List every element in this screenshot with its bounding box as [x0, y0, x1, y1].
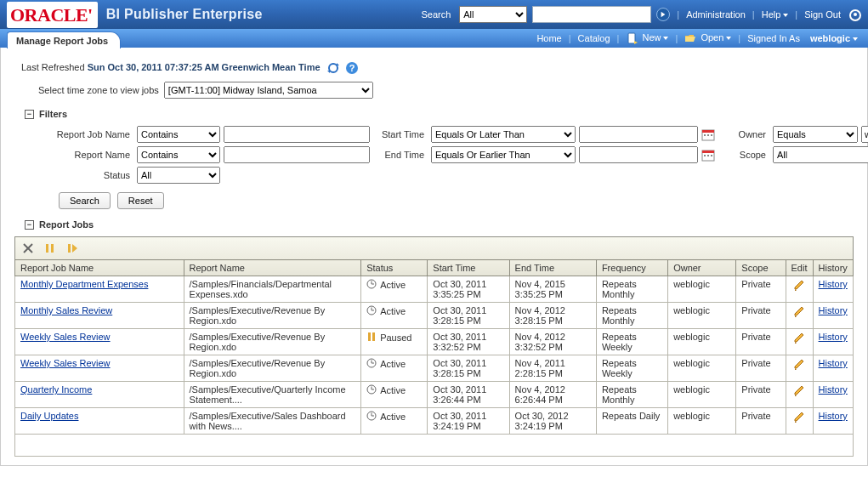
- edit-icon[interactable]: [793, 388, 805, 398]
- job-link[interactable]: Monthly Department Expenses: [20, 279, 148, 289]
- col-edit[interactable]: Edit: [786, 260, 813, 276]
- col-start-time[interactable]: Start Time: [428, 260, 509, 276]
- col-report-job-name[interactable]: Report Job Name: [15, 260, 184, 276]
- svg-marker-36: [795, 333, 803, 342]
- report-path: /Samples/Executive/Sales Dashboard with …: [184, 408, 361, 435]
- owner-label: Owner: [722, 129, 769, 139]
- table-row: Weekly Sales Review/Samples/Executive/Re…: [15, 329, 854, 355]
- table-row: Monthly Department Expenses/Samples/Fina…: [15, 276, 854, 303]
- report-name-op[interactable]: Contains: [137, 146, 220, 163]
- refresh-icon[interactable]: [326, 61, 340, 75]
- jobs-toolbar: [14, 236, 854, 259]
- svg-marker-46: [795, 386, 803, 395]
- help-icon[interactable]: ?: [345, 61, 359, 75]
- jobs-title: Report Jobs: [39, 219, 94, 230]
- new-menu[interactable]: New: [622, 32, 672, 44]
- sign-out-link[interactable]: Sign Out: [804, 9, 841, 20]
- owner-input[interactable]: [861, 126, 868, 143]
- col-end-time[interactable]: End Time: [509, 260, 596, 276]
- administration-link[interactable]: Administration: [686, 9, 746, 20]
- status-select[interactable]: All: [137, 167, 220, 184]
- job-link[interactable]: Monthly Sales Review: [20, 305, 112, 315]
- status-cell: Active: [366, 384, 422, 396]
- collapse-filters-icon[interactable]: −: [25, 110, 34, 119]
- job-link[interactable]: Weekly Sales Review: [20, 332, 111, 342]
- edit-icon[interactable]: [793, 361, 805, 372]
- report-job-name-op[interactable]: Contains: [137, 126, 220, 143]
- job-link[interactable]: Daily Updates: [20, 411, 78, 421]
- history-link[interactable]: History: [819, 279, 848, 289]
- report-path: /Samples/Financials/Departmental Expense…: [184, 276, 361, 303]
- catalog-link[interactable]: Catalog: [575, 33, 614, 43]
- job-link[interactable]: Weekly Sales Review: [20, 358, 111, 368]
- svg-marker-41: [795, 360, 803, 368]
- start-time-op[interactable]: Equals Or Later Than: [431, 126, 576, 143]
- history-link[interactable]: History: [819, 411, 848, 421]
- start-time: Oct 30, 20113:32:52 PM: [428, 329, 509, 355]
- delete-icon[interactable]: [20, 241, 36, 256]
- start-time-input[interactable]: [579, 126, 698, 143]
- edit-icon[interactable]: [793, 335, 805, 345]
- scope: Private: [736, 276, 786, 303]
- start-time: Oct 30, 20113:24:19 PM: [428, 408, 509, 435]
- col-frequency[interactable]: Frequency: [596, 260, 667, 276]
- report-name-input[interactable]: [224, 146, 370, 163]
- col-report-name[interactable]: Report Name: [184, 260, 361, 276]
- col-history[interactable]: History: [813, 260, 853, 276]
- end-time: Nov 4, 20153:35:25 PM: [509, 276, 596, 303]
- search-button[interactable]: Search: [59, 192, 111, 209]
- svg-marker-23: [72, 244, 77, 253]
- scope: Private: [736, 329, 786, 355]
- edit-icon[interactable]: [793, 309, 805, 319]
- end-time: Nov 4, 20126:26:44 PM: [509, 382, 596, 408]
- col-status[interactable]: Status: [361, 260, 428, 276]
- header-search-input[interactable]: [532, 6, 651, 23]
- resume-icon[interactable]: [65, 241, 80, 256]
- history-link[interactable]: History: [819, 332, 848, 342]
- history-link[interactable]: History: [819, 358, 848, 368]
- search-go-icon[interactable]: [656, 8, 670, 21]
- scope-select[interactable]: All: [773, 146, 868, 163]
- svg-rect-1: [628, 33, 635, 43]
- svg-marker-27: [795, 281, 803, 289]
- report-job-name-input[interactable]: [224, 126, 370, 143]
- frequency: Repeats Daily: [596, 408, 667, 435]
- owner: weblogic: [668, 408, 736, 435]
- owner-op[interactable]: Equals: [773, 126, 858, 143]
- edit-icon[interactable]: [793, 414, 805, 424]
- help-link[interactable]: Help: [762, 9, 789, 20]
- start-time: Oct 30, 20113:28:15 PM: [428, 355, 509, 382]
- timezone-label: Select time zone to view jobs: [38, 85, 159, 95]
- home-link[interactable]: Home: [533, 33, 564, 43]
- svg-rect-35: [372, 332, 375, 341]
- end-time-op[interactable]: Equals Or Earlier Than: [431, 146, 576, 163]
- status-cell: Paused: [366, 332, 422, 344]
- edit-icon[interactable]: [793, 282, 805, 293]
- svg-rect-34: [368, 332, 371, 341]
- col-owner[interactable]: Owner: [668, 260, 736, 276]
- end-date-picker-icon[interactable]: [701, 148, 715, 162]
- start-time: Oct 30, 20113:26:44 PM: [428, 382, 509, 408]
- history-link[interactable]: History: [819, 384, 848, 395]
- status-cell: Active: [366, 279, 422, 291]
- svg-marker-4: [337, 63, 339, 65]
- svg-point-3: [329, 64, 338, 72]
- collapse-jobs-icon[interactable]: −: [25, 220, 34, 230]
- job-link[interactable]: Quarterly Income: [20, 384, 92, 395]
- col-scope[interactable]: Scope: [736, 260, 786, 276]
- start-time: Oct 30, 20113:28:15 PM: [428, 303, 509, 329]
- jobs-section-header: − Report Jobs: [25, 219, 859, 230]
- reset-button[interactable]: Reset: [117, 192, 164, 209]
- header-search-scope[interactable]: All: [459, 6, 527, 23]
- open-menu[interactable]: Open: [681, 32, 735, 44]
- jobs-table: Report Job Name Report Name Status Start…: [14, 259, 854, 457]
- timezone-select[interactable]: [GMT-11:00] Midway Island, Samoa: [164, 82, 373, 99]
- history-link[interactable]: History: [819, 305, 848, 315]
- start-date-picker-icon[interactable]: [701, 128, 715, 141]
- end-time-input[interactable]: [579, 146, 698, 163]
- report-job-name-label: Report Job Name: [25, 129, 133, 139]
- pause-icon[interactable]: [43, 241, 58, 256]
- svg-rect-10: [704, 134, 706, 136]
- signed-in-user[interactable]: weblogic: [807, 33, 861, 43]
- status-icon: [366, 332, 377, 344]
